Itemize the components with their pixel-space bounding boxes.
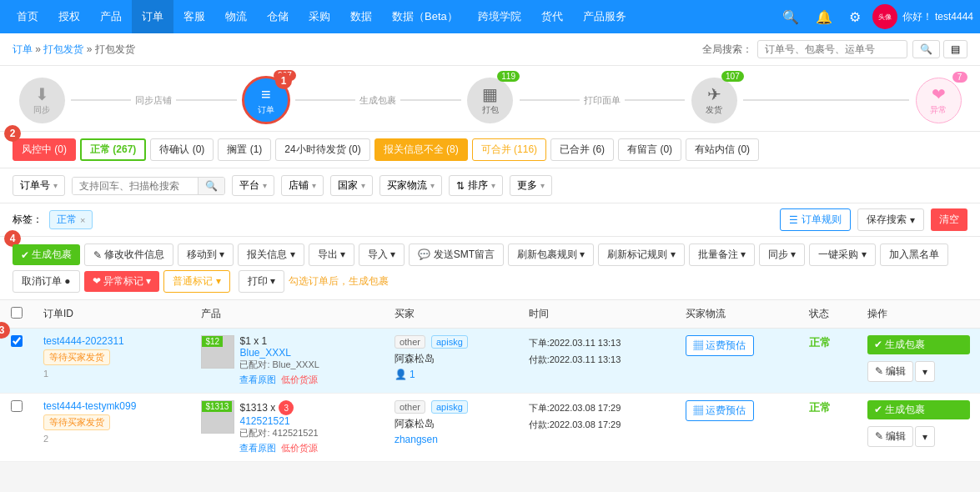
logistics-filter[interactable]: 买家物流 ▾ [379, 175, 442, 196]
order-rule-button[interactable]: ☰ 订单规则 [780, 208, 851, 231]
search-input[interactable] [73, 178, 198, 194]
select-all-checkbox[interactable] [11, 307, 23, 319]
blacklist-button[interactable]: 加入黑名单 [880, 243, 948, 266]
row2-product-info: $1313 x 3 412521521 已配对: 412521521 查看原图 … [239, 400, 318, 454]
row1-price-badge: $12 [202, 336, 223, 347]
customs-info-button[interactable]: 报关信息 ▾ [238, 243, 304, 266]
nav-item-logistics[interactable]: 物流 [215, 0, 257, 33]
tab-shelved[interactable]: 搁置 (1) [218, 138, 271, 161]
platform-filter[interactable]: 平台 ▾ [232, 175, 274, 196]
nav-item-product-service[interactable]: 产品服务 [573, 0, 636, 33]
nav-item-data[interactable]: 数据 [340, 0, 382, 33]
step-sync-circle[interactable]: ⬇ 同步 [19, 78, 65, 123]
nav-item-academy[interactable]: 跨境学院 [468, 0, 531, 33]
cancel-order-button[interactable]: 取消订单 ● [13, 270, 80, 293]
tab-risk[interactable]: 风控中 (0) [13, 138, 76, 161]
tab-pending[interactable]: 待确认 (0) [150, 138, 214, 161]
order-id-filter[interactable]: 订单号 ▾ [13, 175, 65, 196]
batch-remark-button[interactable]: 批量备注 ▾ [689, 243, 755, 266]
row1-logistics-btn[interactable]: ▦ 运费预估 [686, 335, 753, 356]
row1-edit-btn[interactable]: ✎ 编辑 [867, 361, 913, 382]
row1-product-name[interactable]: Blue_XXXL [239, 347, 319, 359]
row1-low-price[interactable]: 低价货源 [281, 374, 318, 386]
step-abnormal-circle[interactable]: 7 ❤ 异常 [916, 78, 962, 123]
nav-item-purchase[interactable]: 采购 [299, 0, 340, 33]
global-search-grid-button[interactable]: ▤ [943, 40, 967, 58]
table-header: 订单ID 产品 买家 时间 买家物流 状态 操作 [0, 300, 980, 329]
step-pack[interactable]: 119 ▦ 打包 [461, 78, 520, 123]
tab-notes[interactable]: 有留言 (0) [618, 138, 681, 161]
row2-logistics-btn[interactable]: ▦ 运费预估 [686, 400, 753, 421]
search-submit[interactable]: 🔍 [198, 178, 224, 194]
normal-mark-button[interactable]: 普通标记 ▾ [163, 270, 229, 293]
generate-parcel-icon: ✔ [21, 249, 29, 261]
global-search-button[interactable]: 🔍 [912, 40, 940, 58]
tab-merged[interactable]: 已合并 (6) [550, 138, 614, 161]
more-filter[interactable]: 更多 ▾ [510, 175, 552, 196]
row1-generate-parcel-btn[interactable]: ✔ 生成包裹 [867, 335, 970, 354]
row1-view-original[interactable]: 查看原图 [239, 374, 276, 386]
import-button[interactable]: 导入 ▾ [359, 243, 405, 266]
row1-buyer-tag1: other [395, 335, 425, 349]
refresh-tag-rule-button[interactable]: 刷新标记规则 ▾ [598, 243, 684, 266]
export-button[interactable]: 导出 ▾ [309, 243, 354, 266]
nav-item-service[interactable]: 客服 [173, 0, 215, 33]
step-line-2: 生成包裹 [295, 94, 461, 107]
nav-item-freight[interactable]: 货代 [531, 0, 573, 33]
global-search-input[interactable] [757, 40, 907, 58]
search-icon[interactable]: 🔍 [777, 9, 804, 25]
annotation-badge-2: 2 [4, 125, 21, 142]
edit-address-button[interactable]: ✎ 修改收件信息 [84, 243, 173, 266]
breadcrumb-orders[interactable]: 订单 [13, 43, 33, 55]
sort-filter[interactable]: ⇅ 排序 ▾ [449, 175, 503, 196]
clear-button[interactable]: 清空 [931, 208, 967, 231]
tab-incomplete[interactable]: 报关信息不全 (8) [374, 138, 468, 161]
row2-edit-btn[interactable]: ✎ 编辑 [867, 426, 913, 447]
tab-mergeable[interactable]: 可合并 (116) [472, 138, 546, 161]
row2-checkbox[interactable] [11, 400, 23, 412]
user-avatar-area[interactable]: 头像 你好！ test4444 [872, 4, 973, 29]
step-pack-circle[interactable]: 119 ▦ 打包 [467, 78, 513, 123]
country-arrow: ▾ [361, 181, 365, 190]
row2-edit-arrow[interactable]: ▾ [915, 426, 935, 447]
row2-generate-parcel-btn[interactable]: ✔ 生成包裹 [867, 400, 970, 419]
breadcrumb-pack-ship[interactable]: 打包发货 [43, 43, 83, 55]
abnormal-mark-button[interactable]: ❤ 异常标记 ▾ [84, 271, 160, 292]
save-search-button[interactable]: 保存搜索 ▾ [857, 208, 924, 231]
row1-checkbox[interactable] [11, 335, 23, 347]
row2-order-id[interactable]: test4444-testymk099 [43, 400, 181, 412]
tab-24h[interactable]: 24小时待发货 (0) [275, 138, 369, 161]
row1-order-id[interactable]: test4444-2022311 [43, 335, 181, 347]
row2-low-price[interactable]: 低价货源 [281, 442, 318, 454]
bell-icon[interactable]: 🔔 [811, 9, 837, 25]
row2-view-original[interactable]: 查看原图 [239, 442, 276, 454]
tab-messages[interactable]: 有站内信 (0) [686, 138, 759, 161]
step-ship-circle[interactable]: 107 ✈ 发货 [691, 78, 737, 123]
tag-normal-close[interactable]: × [80, 215, 85, 225]
step-line-1: 同步店铺 [71, 94, 237, 107]
nav-item-data-beta[interactable]: 数据（Beta） [382, 0, 468, 33]
row2-product-name[interactable]: 412521521 [239, 415, 318, 427]
row1-edit-arrow[interactable]: ▾ [915, 361, 935, 382]
nav-item-product[interactable]: 产品 [90, 0, 132, 33]
one-click-purchase-button[interactable]: 一键采购 ▾ [809, 243, 875, 266]
refresh-parcel-rule-button[interactable]: 刷新包裹规则 ▾ [508, 243, 594, 266]
store-filter[interactable]: 店铺 ▾ [281, 175, 324, 196]
country-filter[interactable]: 国家 ▾ [330, 175, 373, 196]
generate-parcel-button[interactable]: ✔ 生成包裹 [13, 244, 80, 265]
print-button[interactable]: 打印 ▾ [239, 270, 284, 293]
move-to-button[interactable]: 移动到 ▾ [178, 243, 234, 266]
tag-filter-bar: 标签： 正常 × ☰ 订单规则 保存搜索 ▾ 清空 [0, 203, 980, 237]
nav-item-warehouse[interactable]: 仓储 [257, 0, 299, 33]
gear-icon[interactable]: ⚙ [844, 9, 866, 25]
nav-item-order[interactable]: 订单 [132, 0, 173, 33]
edit-icon: ✎ [93, 249, 102, 261]
step-abnormal[interactable]: 7 ❤ 异常 [909, 78, 967, 123]
step-sync[interactable]: ⬇ 同步 [13, 78, 71, 123]
step-ship[interactable]: 107 ✈ 发货 [685, 78, 743, 123]
sync-button[interactable]: 同步 ▾ [759, 243, 805, 266]
nav-item-home[interactable]: 首页 [7, 0, 48, 33]
send-smt-button[interactable]: 💬 发送SMT留言 [409, 243, 504, 266]
nav-item-auth[interactable]: 授权 [48, 0, 90, 33]
tab-normal[interactable]: 正常 (267) [80, 138, 146, 161]
